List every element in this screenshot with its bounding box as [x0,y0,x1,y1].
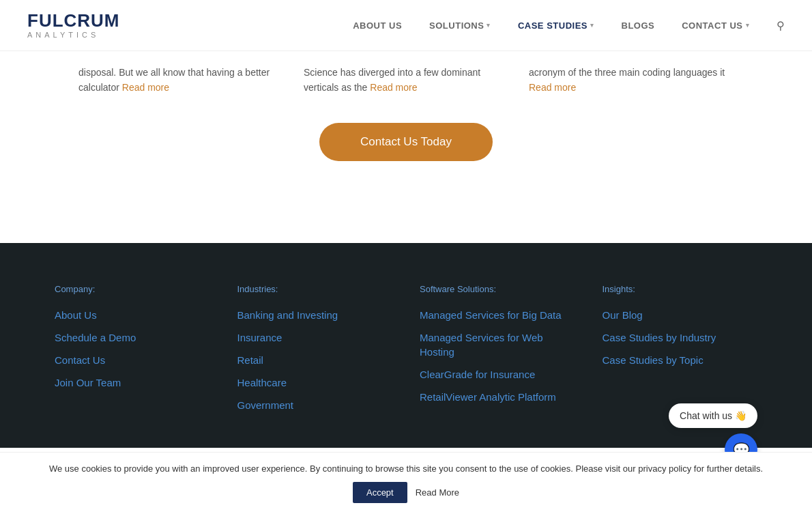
logo-text-top: FULCRUM [27,12,120,29]
footer-link-retailviewer[interactable]: RetailViewer Analytic Platform [420,390,575,404]
footer-link-contact-us[interactable]: Contact Us [55,353,210,367]
footer-link-cleargrade[interactable]: ClearGrade for Insurance [420,367,575,382]
chat-bubble: Chat with us 👋 [669,403,757,428]
footer-insights-title: Insights: [603,284,758,294]
nav-about-us[interactable]: ABOUT US [353,20,402,31]
nav-case-studies[interactable]: CASE STUDIES ▾ [518,20,594,31]
footer-software-col: Software Solutions: Managed Services for… [420,284,575,420]
footer-link-managed-web-hosting[interactable]: Managed Services for Web Hosting [420,330,575,359]
card-3-text: acronym of the three main coding languag… [529,65,734,96]
footer-link-our-blog[interactable]: Our Blog [603,308,758,322]
footer-industries-col: Industries: Banking and Investing Insura… [237,284,393,420]
contact-us-today-button[interactable]: Contact Us Today [319,123,493,161]
card-2-read-more[interactable]: Read more [370,82,417,93]
card-2: Science has diverged into a few dominant… [304,65,508,96]
footer-link-retail[interactable]: Retail [237,353,393,367]
cta-section: Contact Us Today [27,96,785,202]
card-1-read-more[interactable]: Read more [122,82,169,93]
chat-open-button[interactable]: 💬 [725,433,757,448]
chat-widget: Chat with us 👋 💬 [669,403,757,448]
main-content: disposal. But we all know that having a … [0,51,812,243]
nav-links: ABOUT US SOLUTIONS ▾ CASE STUDIES ▾ BLOG… [353,19,785,32]
chevron-down-icon: ▾ [746,22,750,29]
logo[interactable]: FULCRUM ANALYTICS [27,12,120,39]
footer-industries-title: Industries: [237,284,393,294]
nav-solutions[interactable]: SOLUTIONS ▾ [429,20,491,31]
nav-contact-us[interactable]: CONTACT US ▾ [682,20,749,31]
chat-icon: 💬 [733,442,750,448]
card-3-read-more[interactable]: Read more [529,82,576,93]
footer-link-healthcare[interactable]: Healthcare [237,375,393,390]
chevron-down-icon: ▾ [487,22,491,29]
footer-software-title: Software Solutions: [420,284,575,294]
chevron-down-icon: ▾ [590,22,594,29]
footer-link-banking[interactable]: Banking and Investing [237,308,393,322]
footer-company-title: Company: [55,284,210,294]
card-2-text: Science has diverged into a few dominant… [304,65,508,96]
footer-link-schedule-demo[interactable]: Schedule a Demo [55,330,210,345]
footer-grid: Company: About Us Schedule a Demo Contac… [55,284,757,420]
footer-link-government[interactable]: Government [237,398,393,412]
cards-row: disposal. But we all know that having a … [27,65,785,96]
footer-company-col: Company: About Us Schedule a Demo Contac… [55,284,210,420]
footer-link-insurance[interactable]: Insurance [237,330,393,345]
footer-link-join-team[interactable]: Join Our Team [55,375,210,390]
footer-link-case-studies-industry[interactable]: Case Studies by Industry [603,330,758,345]
navbar: FULCRUM ANALYTICS ABOUT US SOLUTIONS ▾ C… [0,0,812,51]
search-button[interactable]: ⚲ [777,19,785,32]
footer-insights-col: Insights: Our Blog Case Studies by Indus… [603,284,758,420]
logo-text-bottom: ANALYTICS [27,31,120,39]
card-3: acronym of the three main coding languag… [529,65,734,96]
footer-link-about-us[interactable]: About Us [55,308,210,322]
card-1: disposal. But we all know that having a … [78,65,283,96]
footer-link-case-studies-topic[interactable]: Case Studies by Topic [603,353,758,367]
footer-link-managed-big-data[interactable]: Managed Services for Big Data [420,308,575,322]
card-1-text: disposal. But we all know that having a … [78,65,283,96]
nav-blogs[interactable]: BLOGS [622,20,655,31]
